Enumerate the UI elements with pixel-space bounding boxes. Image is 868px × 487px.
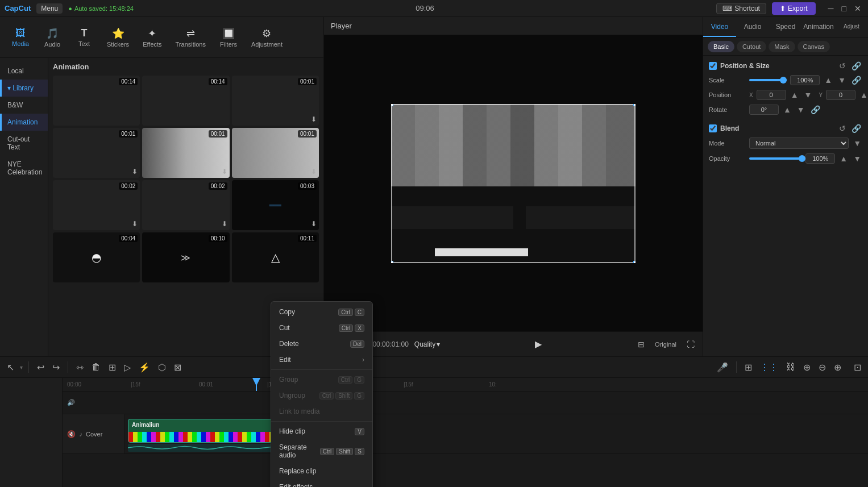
scale-up-button[interactable]: ▲ bbox=[823, 76, 833, 85]
grid-item-11[interactable]: △ 00:11 bbox=[232, 232, 319, 282]
link-button[interactable]: ⛓ bbox=[784, 361, 798, 373]
ctx-separate-audio[interactable]: Separate audio CtrlShiftS bbox=[271, 439, 372, 463]
redo-button[interactable]: ↪ bbox=[50, 361, 62, 374]
menu-button[interactable]: Menu bbox=[36, 3, 63, 14]
download-icon-5[interactable]: ⬇ bbox=[311, 168, 317, 176]
undo-button[interactable]: ↩ bbox=[35, 361, 47, 374]
tab-speed[interactable]: Speed bbox=[769, 17, 802, 37]
ctx-edit[interactable]: Edit › bbox=[271, 352, 372, 368]
handle-tl[interactable] bbox=[391, 104, 393, 106]
sidebar-item-nye[interactable]: NYE Celebration bbox=[0, 156, 48, 181]
handle-tr[interactable] bbox=[633, 104, 636, 106]
opacity-up-button[interactable]: ▲ bbox=[838, 154, 849, 163]
grid-item-3[interactable]: 00:01 ⬇ bbox=[53, 128, 140, 178]
scale-input[interactable] bbox=[790, 75, 820, 85]
rotate-up-button[interactable]: ▲ bbox=[782, 105, 792, 114]
player-viewport[interactable] bbox=[324, 35, 703, 331]
sidebar-item-animation[interactable]: Animation bbox=[0, 114, 48, 131]
expand-button[interactable]: ⊡ bbox=[852, 361, 863, 374]
zoom-out-button[interactable]: ⊖ bbox=[816, 361, 828, 374]
tool-filters[interactable]: 🔲 Filters bbox=[214, 24, 243, 51]
tool-audio[interactable]: 🎵 Audio bbox=[38, 24, 67, 51]
grid-item-0[interactable]: 00:14 bbox=[53, 76, 140, 126]
maximize-button[interactable]: □ bbox=[840, 4, 849, 13]
handle-br[interactable] bbox=[633, 261, 636, 263]
zoom-in-button[interactable]: ⊕ bbox=[832, 361, 844, 374]
sidebar-item-cutout[interactable]: Cut-out Text bbox=[0, 131, 48, 156]
close-button[interactable]: ✕ bbox=[852, 4, 863, 13]
track-sound-icon[interactable]: ♪ bbox=[79, 430, 82, 438]
magnet-button[interactable]: ⊕ bbox=[801, 361, 813, 374]
ctx-edit-effects[interactable]: Edit effects bbox=[271, 479, 372, 487]
blend-toggle[interactable] bbox=[709, 124, 717, 132]
ctx-delete[interactable]: Delete Del bbox=[271, 336, 372, 352]
fit-button[interactable]: ⊞ bbox=[742, 361, 754, 374]
position-size-toggle[interactable] bbox=[709, 62, 717, 70]
grid-item-6[interactable]: 00:02 ⬇ bbox=[53, 180, 140, 230]
play-button[interactable]: ▶ bbox=[535, 339, 542, 349]
opacity-down-button[interactable]: ▼ bbox=[852, 154, 862, 163]
mute-icon[interactable]: 🔊 bbox=[67, 399, 75, 406]
export-button[interactable]: ⬆ Export bbox=[772, 2, 816, 15]
tab-video[interactable]: Video bbox=[703, 17, 736, 37]
ctx-replace-clip[interactable]: Replace clip bbox=[271, 463, 372, 479]
rotate-down-button[interactable]: ▼ bbox=[796, 105, 806, 114]
tool-media[interactable]: 🖼 Media bbox=[6, 24, 35, 51]
py-up-button[interactable]: ▲ bbox=[859, 90, 868, 99]
grid-item-10[interactable]: ≫ 00:10 bbox=[142, 232, 229, 282]
delete-button[interactable]: 🗑 bbox=[89, 361, 103, 373]
download-icon-8[interactable]: ⬇ bbox=[311, 220, 317, 228]
handle-bl[interactable] bbox=[391, 261, 393, 263]
crop-button[interactable]: ⊠ bbox=[172, 361, 184, 374]
rotate-link-button[interactable]: 🔗 bbox=[809, 105, 821, 114]
tool-adjustment[interactable]: ⚙ Adjustment bbox=[246, 24, 288, 51]
blend-mode-select[interactable]: Normal bbox=[749, 138, 849, 149]
fullscreen-button[interactable]: ⛶ bbox=[686, 339, 696, 350]
grid-item-4[interactable]: 00:01 ⬇ bbox=[142, 128, 229, 178]
grid-item-5[interactable]: 00:01 ⬇ bbox=[232, 128, 319, 178]
grid-item-1[interactable]: 00:14 bbox=[142, 76, 229, 126]
tool-effects[interactable]: ✦ Effects bbox=[137, 24, 167, 51]
subtab-cutout[interactable]: Cutout bbox=[737, 41, 766, 52]
subtab-canvas[interactable]: Canvas bbox=[798, 41, 830, 52]
rotate-input[interactable] bbox=[749, 105, 779, 115]
px-up-button[interactable]: ▲ bbox=[790, 90, 800, 99]
transform-button[interactable]: ⬡ bbox=[156, 361, 168, 374]
quality-button[interactable]: Quality ▾ bbox=[414, 340, 440, 348]
preview-button[interactable]: ▷ bbox=[122, 361, 133, 374]
sidebar-item-library[interactable]: ▾ Library bbox=[0, 80, 48, 97]
grid-item-2[interactable]: 00:01 ⬇ bbox=[232, 76, 319, 126]
download-icon-6[interactable]: ⬇ bbox=[132, 220, 138, 228]
copy-button[interactable]: ⊞ bbox=[106, 361, 118, 374]
tool-stickers[interactable]: ⭐ Stickers bbox=[101, 24, 135, 51]
opacity-slider[interactable] bbox=[749, 157, 802, 160]
grid-item-9[interactable]: ◓ 00:04 bbox=[53, 232, 140, 282]
scale-link-button[interactable]: 🔗 bbox=[850, 76, 862, 85]
blend-mode-arrow[interactable]: ▼ bbox=[852, 139, 862, 148]
opacity-input[interactable] bbox=[805, 153, 835, 164]
tab-adjust[interactable]: Adjust bbox=[835, 17, 868, 37]
tab-audio[interactable]: Audio bbox=[736, 17, 769, 37]
reset-position-button[interactable]: ↺ bbox=[838, 61, 847, 70]
link-blend-button[interactable]: 🔗 bbox=[850, 124, 862, 133]
subtab-basic[interactable]: Basic bbox=[708, 41, 734, 52]
select-tool-button[interactable]: ↖ bbox=[5, 361, 16, 374]
subtab-mask[interactable]: Mask bbox=[769, 41, 795, 52]
track-mute-icon[interactable]: 🔇 bbox=[67, 430, 76, 438]
sidebar-item-bw[interactable]: B&W bbox=[0, 97, 48, 114]
tool-transitions[interactable]: ⇌ Transitions bbox=[170, 24, 211, 51]
compare-button[interactable]: ⊟ bbox=[637, 339, 646, 350]
minimize-button[interactable]: ─ bbox=[826, 4, 836, 13]
download-icon-2[interactable]: ⬇ bbox=[311, 115, 317, 123]
scale-down-button[interactable]: ▼ bbox=[837, 76, 847, 85]
px-down-button[interactable]: ▼ bbox=[803, 90, 813, 99]
position-y-input[interactable] bbox=[826, 90, 855, 100]
position-x-input[interactable] bbox=[757, 90, 786, 100]
ctx-cut[interactable]: Cut CtrlX bbox=[271, 320, 372, 336]
tool-text[interactable]: T Text bbox=[69, 24, 99, 51]
reset-blend-button[interactable]: ↺ bbox=[838, 124, 847, 133]
grid-item-7[interactable]: 00:02 ⬇ bbox=[142, 180, 229, 230]
download-icon-4[interactable]: ⬇ bbox=[222, 168, 227, 176]
grid-item-8[interactable]: ═══ 00:03 ⬇ bbox=[232, 180, 319, 230]
snap-button[interactable]: ⋮⋮ bbox=[758, 361, 780, 374]
